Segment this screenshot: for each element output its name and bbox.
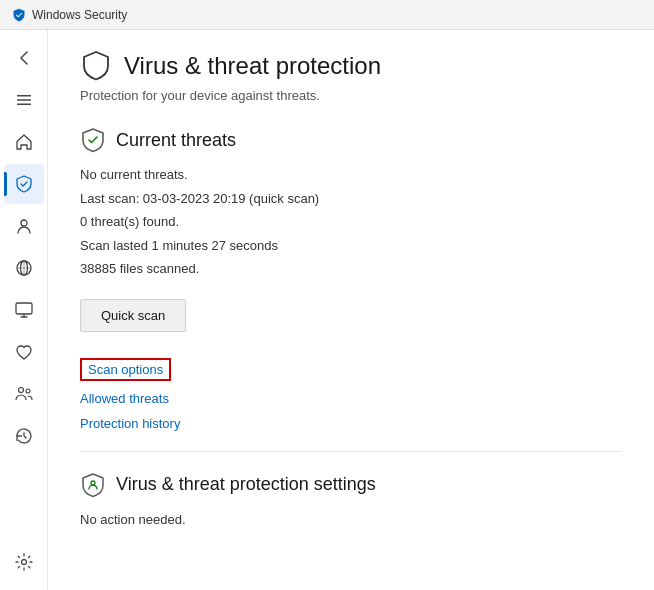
current-threats-section: Current threats No current threats. Last…	[80, 127, 622, 431]
sidebar-item-home[interactable]	[4, 122, 44, 162]
page-header: Virus & threat protection	[80, 50, 622, 82]
quick-scan-button[interactable]: Quick scan	[80, 299, 186, 332]
heart-icon	[14, 342, 34, 362]
svg-rect-0	[17, 95, 31, 97]
gear-icon	[14, 552, 34, 572]
page-shield-icon	[80, 50, 112, 82]
virus-settings-section: Virus & threat protection settings No ac…	[80, 472, 622, 530]
page-title: Virus & threat protection	[124, 52, 381, 80]
app-title: Windows Security	[32, 8, 127, 22]
current-threats-title: Current threats	[116, 130, 236, 151]
sidebar-item-history[interactable]	[4, 416, 44, 456]
active-indicator	[4, 172, 7, 196]
app-icon	[12, 8, 26, 22]
title-bar: Windows Security	[0, 0, 654, 30]
files-scanned-text: 38885 files scanned.	[80, 259, 622, 279]
settings-status-text: No action needed.	[80, 510, 622, 530]
settings-section-icon	[80, 472, 106, 498]
svg-point-3	[21, 220, 27, 226]
section-header-threats: Current threats	[80, 127, 622, 153]
svg-point-8	[26, 389, 30, 393]
sidebar-item-account[interactable]	[4, 206, 44, 246]
last-scan-text: Last scan: 03-03-2023 20:19 (quick scan)	[80, 189, 622, 209]
firewall-icon	[14, 258, 34, 278]
svg-point-9	[21, 560, 26, 565]
threats-found-text: 0 threat(s) found.	[80, 212, 622, 232]
section-divider	[80, 451, 622, 452]
sidebar	[0, 30, 48, 590]
hamburger-menu-icon	[14, 90, 34, 110]
sidebar-item-shield[interactable]	[4, 164, 44, 204]
sidebar-item-firewall[interactable]	[4, 248, 44, 288]
history-icon	[14, 426, 34, 446]
sidebar-item-device[interactable]	[4, 290, 44, 330]
sidebar-item-back[interactable]	[4, 38, 44, 78]
threats-section-icon	[80, 127, 106, 153]
virus-settings-title: Virus & threat protection settings	[116, 474, 376, 495]
sidebar-item-menu[interactable]	[4, 80, 44, 120]
protection-history-link[interactable]: Protection history	[80, 416, 622, 431]
svg-rect-1	[17, 99, 31, 101]
scan-options-link[interactable]: Scan options	[80, 358, 171, 381]
shield-icon	[14, 174, 34, 194]
svg-rect-2	[17, 104, 31, 106]
page-subtitle: Protection for your device against threa…	[80, 88, 622, 103]
sidebar-item-settings[interactable]	[4, 542, 44, 582]
svg-point-7	[18, 388, 23, 393]
svg-rect-6	[16, 303, 32, 314]
content-area: Virus & threat protection Protection for…	[48, 30, 654, 590]
person-icon	[14, 216, 34, 236]
home-icon	[14, 132, 34, 152]
back-arrow-icon	[14, 48, 34, 68]
no-threats-text: No current threats.	[80, 165, 622, 185]
monitor-icon	[14, 300, 34, 320]
main-layout: Virus & threat protection Protection for…	[0, 30, 654, 590]
sidebar-item-family[interactable]	[4, 374, 44, 414]
sidebar-item-health[interactable]	[4, 332, 44, 372]
family-icon	[14, 384, 34, 404]
allowed-threats-link[interactable]: Allowed threats	[80, 391, 622, 406]
section-header-settings: Virus & threat protection settings	[80, 472, 622, 498]
scan-duration-text: Scan lasted 1 minutes 27 seconds	[80, 236, 622, 256]
